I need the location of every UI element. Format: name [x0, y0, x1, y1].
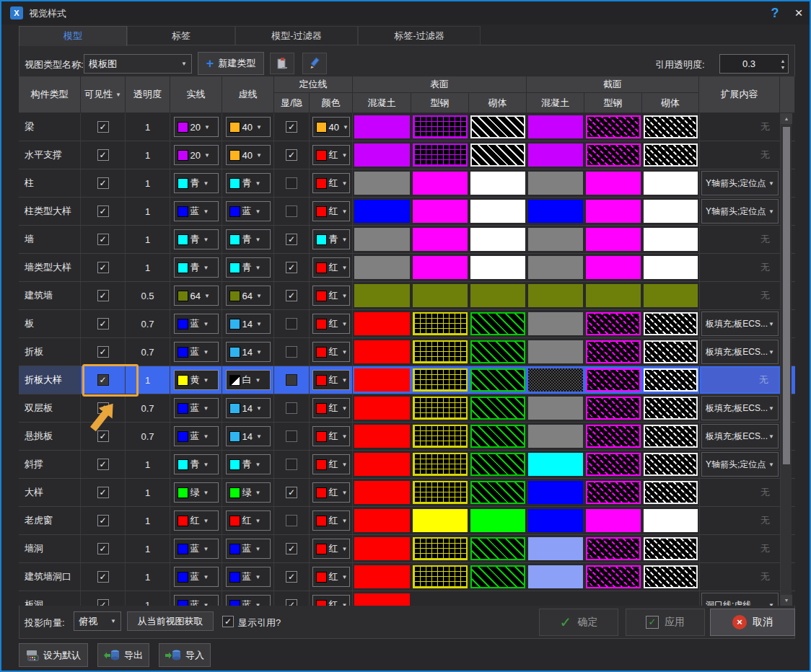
- dash-line-dropdown[interactable]: 蓝▼: [226, 539, 271, 559]
- visibility-checkbox[interactable]: ✓: [97, 177, 109, 189]
- section-masonry-swatch[interactable]: [644, 368, 698, 392]
- section-concrete-swatch[interactable]: [528, 312, 583, 335]
- table-row[interactable]: 板✓0.7蓝▼14▼红▼板填充;板ECS...▼: [19, 310, 795, 338]
- section-concrete-swatch[interactable]: [528, 425, 583, 448]
- surface-concrete-swatch[interactable]: [354, 312, 410, 335]
- visibility-checkbox[interactable]: ✓: [97, 515, 109, 526]
- scroll-down-icon[interactable]: ▼: [781, 595, 792, 606]
- table-row[interactable]: 建筑墙✓0.564▼64▼✓红▼无: [19, 282, 795, 310]
- help-icon[interactable]: ?: [766, 4, 784, 22]
- table-row[interactable]: 墙类型大样✓1青▼青▼✓红▼无: [19, 254, 795, 282]
- section-concrete-swatch[interactable]: [528, 481, 583, 504]
- surface-concrete-swatch[interactable]: [354, 143, 410, 167]
- edit-type-button[interactable]: [302, 53, 327, 74]
- solid-line-dropdown[interactable]: 青▼: [174, 257, 219, 278]
- section-masonry-swatch[interactable]: [644, 256, 698, 279]
- surface-masonry-swatch[interactable]: [470, 340, 525, 363]
- extended-content-dropdown[interactable]: Y轴箭头;定位点▼: [701, 199, 779, 224]
- section-steel-swatch[interactable]: [586, 453, 641, 476]
- locline-show-checkbox[interactable]: [286, 402, 297, 414]
- section-steel-swatch[interactable]: [586, 115, 641, 138]
- surface-concrete-swatch[interactable]: [354, 256, 410, 279]
- section-masonry-swatch[interactable]: [644, 481, 698, 504]
- surface-concrete-swatch[interactable]: [354, 509, 410, 532]
- locline-show-checkbox[interactable]: ✓: [286, 121, 297, 133]
- delete-type-button[interactable]: [270, 53, 294, 74]
- locline-show-checkbox[interactable]: ✓: [286, 487, 297, 498]
- show-ref-checkbox[interactable]: ✓: [222, 616, 234, 627]
- locline-color-dropdown[interactable]: 红▼: [312, 454, 350, 474]
- surface-masonry-swatch[interactable]: [470, 143, 525, 167]
- dash-line-dropdown[interactable]: 40▼: [226, 117, 271, 137]
- visibility-checkbox[interactable]: ✓: [97, 290, 109, 301]
- solid-line-dropdown[interactable]: 青▼: [174, 454, 219, 474]
- spinner-arrows-icon[interactable]: ▲▼: [778, 58, 788, 71]
- dash-line-dropdown[interactable]: 蓝▼: [226, 567, 271, 587]
- surface-concrete-swatch[interactable]: [354, 425, 410, 448]
- locline-color-dropdown[interactable]: 红▼: [312, 539, 350, 559]
- table-row[interactable]: 墙洞✓1蓝▼蓝▼✓红▼无: [19, 535, 795, 563]
- locline-color-dropdown[interactable]: 红▼: [312, 173, 350, 193]
- visibility-checkbox[interactable]: ✓: [97, 487, 109, 498]
- tab-model-filter[interactable]: 模型-过滤器: [235, 26, 358, 45]
- surface-masonry-swatch[interactable]: [470, 228, 525, 251]
- extended-content-dropdown[interactable]: 板填充;板ECS...▼: [701, 311, 779, 336]
- surface-steel-swatch[interactable]: [413, 481, 468, 504]
- dash-line-dropdown[interactable]: 64▼: [226, 286, 271, 306]
- table-row[interactable]: 建筑墙洞口✓1蓝▼蓝▼✓红▼无: [19, 563, 795, 591]
- section-masonry-swatch[interactable]: [644, 143, 698, 167]
- dash-line-dropdown[interactable]: 蓝▼: [226, 595, 271, 606]
- dash-line-dropdown[interactable]: 青▼: [226, 173, 271, 193]
- surface-masonry-swatch[interactable]: [470, 256, 525, 279]
- close-icon[interactable]: ×: [789, 4, 808, 22]
- section-steel-swatch[interactable]: [586, 368, 641, 392]
- locline-color-dropdown[interactable]: 红▼: [312, 398, 350, 418]
- extended-content-dropdown[interactable]: 洞口线;虚线▼: [701, 593, 779, 606]
- section-concrete-swatch[interactable]: [528, 200, 583, 223]
- surface-steel-swatch[interactable]: [413, 256, 468, 279]
- locline-color-dropdown[interactable]: 红▼: [312, 201, 350, 221]
- surface-steel-swatch[interactable]: [413, 340, 468, 363]
- locline-color-dropdown[interactable]: 红▼: [312, 257, 350, 278]
- surface-steel-swatch[interactable]: [413, 312, 468, 335]
- extended-content-dropdown[interactable]: Y轴箭头;定位点▼: [701, 171, 779, 195]
- visibility-checkbox[interactable]: ✓: [97, 571, 109, 583]
- locline-color-dropdown[interactable]: 红▼: [312, 567, 350, 587]
- new-type-button[interactable]: + 新建类型: [198, 52, 264, 75]
- surface-masonry-swatch[interactable]: [470, 115, 525, 138]
- surface-concrete-swatch[interactable]: [354, 284, 410, 307]
- section-concrete-swatch[interactable]: [528, 368, 583, 392]
- visibility-checkbox[interactable]: ✓: [97, 543, 109, 554]
- section-concrete-swatch[interactable]: [528, 537, 583, 560]
- surface-masonry-swatch[interactable]: [470, 425, 525, 448]
- locline-color-dropdown[interactable]: 青▼: [312, 229, 350, 249]
- extended-content-dropdown[interactable]: 板填充;板ECS...▼: [701, 424, 779, 448]
- solid-line-dropdown[interactable]: 蓝▼: [174, 567, 219, 587]
- visibility-checkbox[interactable]: ✓: [97, 459, 109, 470]
- filter-arrow-icon[interactable]: ▼: [115, 92, 121, 98]
- locline-show-checkbox[interactable]: [286, 346, 297, 358]
- get-from-view-button[interactable]: 从当前视图获取: [127, 611, 214, 631]
- cancel-button[interactable]: × 取消: [710, 609, 795, 636]
- surface-masonry-swatch[interactable]: [470, 537, 525, 560]
- dash-line-dropdown[interactable]: 白▼: [226, 370, 271, 390]
- set-default-button[interactable]: 设为默认: [19, 643, 88, 667]
- section-steel-swatch[interactable]: [586, 312, 641, 335]
- surface-concrete-swatch[interactable]: [354, 228, 410, 251]
- locline-color-dropdown[interactable]: 红▼: [312, 510, 350, 531]
- dash-line-dropdown[interactable]: 14▼: [226, 314, 271, 334]
- section-masonry-swatch[interactable]: [644, 200, 698, 223]
- surface-concrete-swatch[interactable]: [354, 172, 410, 195]
- locline-show-checkbox[interactable]: ✓: [286, 543, 297, 554]
- locline-color-dropdown[interactable]: 红▼: [312, 426, 350, 446]
- surface-steel-swatch[interactable]: [413, 509, 468, 532]
- section-steel-swatch[interactable]: [586, 143, 641, 167]
- visibility-checkbox[interactable]: ✓: [97, 205, 109, 217]
- surface-masonry-swatch[interactable]: [470, 172, 525, 195]
- section-concrete-swatch[interactable]: [528, 453, 583, 476]
- visibility-checkbox[interactable]: ✓: [97, 234, 109, 245]
- table-row[interactable]: 斜撑✓1青▼青▼红▼Y轴箭头;定位点▼: [19, 451, 795, 479]
- section-steel-swatch[interactable]: [586, 397, 641, 420]
- apply-button[interactable]: ✓ 应用: [626, 609, 705, 636]
- surface-concrete-swatch[interactable]: [354, 368, 410, 392]
